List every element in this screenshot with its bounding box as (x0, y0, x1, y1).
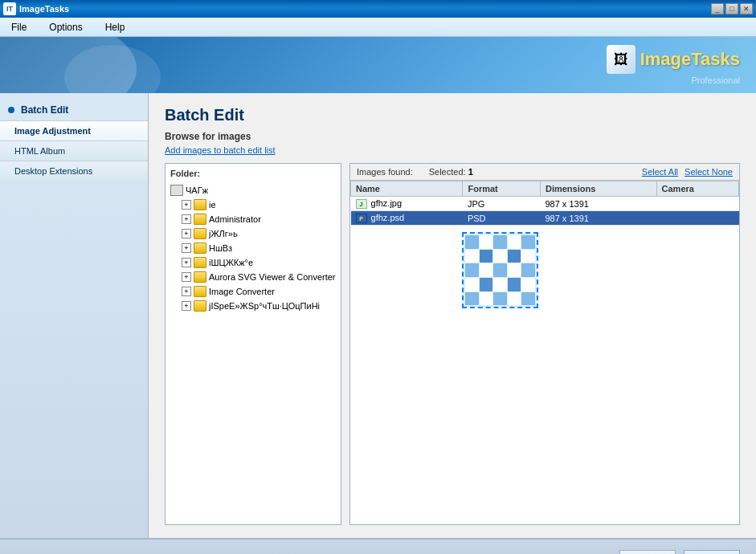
app-name: ImageTasks (640, 49, 740, 70)
page-title: Batch Edit (165, 106, 740, 124)
minimize-button[interactable]: _ (711, 3, 724, 14)
folder-icon-aurora (194, 271, 206, 283)
tree-item-ie[interactable]: + ie (182, 198, 336, 212)
add-images-link[interactable]: Add images to batch edit list (165, 145, 740, 155)
images-panel: Images found: Selected: 1 Select All Sel… (349, 163, 740, 525)
folder-label: Folder: (170, 169, 336, 178)
main-layout: Batch Edit Image Adjustment HTML Album D… (0, 93, 756, 538)
file-name-psd: P gfhz.psd (351, 211, 463, 226)
sidebar-item-desktop-extensions[interactable]: Desktop Extensions (0, 161, 148, 181)
tree-item-administrator[interactable]: + Administrator (182, 212, 336, 226)
section-dot (8, 107, 14, 113)
file-name-jpg: J gfhz.jpg (351, 197, 463, 211)
app-subtitle: Professional (607, 75, 740, 85)
folder-icon-ishczhk (194, 257, 206, 268)
work-area: Folder: ЧАГж + ie + Administrator (165, 163, 740, 525)
select-all-link[interactable]: Select All (642, 167, 678, 177)
sidebar-item-image-adjustment[interactable]: Image Adjustment (0, 120, 148, 141)
folder-panel: Folder: ЧАГж + ie + Administrator (165, 163, 341, 525)
select-none-link[interactable]: Select None (684, 167, 733, 177)
sidebar-section-batch-edit[interactable]: Batch Edit (0, 100, 148, 120)
sidebar-item-html-album[interactable]: HTML Album (0, 141, 148, 161)
file-dim-psd: 987 x 1391 (540, 211, 656, 226)
folder-icon-jispe (194, 300, 206, 312)
tree-item-ishczhk[interactable]: + іШЦЖКж°е (182, 255, 336, 270)
images-header: Images found: Selected: 1 Select All Sel… (350, 164, 739, 181)
banner: 🖼 ImageTasks Professional (0, 37, 756, 93)
expander-admin[interactable]: + (182, 214, 191, 224)
app-icon: IT (3, 2, 16, 15)
expander-ie[interactable]: + (182, 200, 191, 210)
expander-jzhlg[interactable]: + (182, 229, 191, 238)
folder-icon-jzhlg (194, 228, 206, 239)
col-format: Format (463, 181, 541, 197)
menu-options[interactable]: Options (44, 20, 87, 35)
files-table: Name Format Dimensions Camera J gfhz.jpg (350, 181, 739, 226)
tree-item-image-converter[interactable]: + Image Converter (182, 284, 336, 299)
computer-icon (170, 185, 183, 196)
file-format-psd: PSD (463, 211, 541, 226)
col-camera: Camera (656, 181, 738, 197)
tree-root[interactable]: ЧАГж (170, 183, 336, 198)
tree-item-jzhlg[interactable]: + jЖЛг»ь (182, 226, 336, 241)
thumb-grid (464, 234, 537, 307)
tree-item-nshvz[interactable]: + НшВз (182, 241, 336, 255)
bottom-nav-bar: Step 1 of 3 Back Next (0, 538, 756, 554)
preview-container (350, 226, 739, 322)
folder-icon-ie (194, 199, 206, 210)
folder-icon-admin (194, 214, 206, 225)
selected-info: Selected: 1 (429, 167, 473, 177)
file-cam-jpg (656, 197, 738, 211)
expander-aurora[interactable]: + (182, 272, 191, 282)
selected-count: 1 (468, 167, 473, 177)
menu-file[interactable]: File (6, 20, 31, 35)
file-cam-psd (656, 211, 738, 226)
expander-ishczhk[interactable]: + (182, 258, 191, 267)
content-area: Batch Edit Browse for images Add images … (149, 93, 756, 538)
folder-icon-img-conv (194, 286, 206, 297)
back-button[interactable]: Back (619, 550, 676, 554)
col-dimensions: Dimensions (540, 181, 656, 197)
logo-icon: 🖼 (607, 45, 635, 74)
sidebar: Batch Edit Image Adjustment HTML Album D… (0, 93, 149, 538)
expander-jispe[interactable]: + (182, 301, 191, 311)
tree-item-jispe[interactable]: + jІSpeЕ»ЖSр°чТш·ЦОцПиНi (182, 299, 336, 313)
tree-root-label: ЧАГж (186, 185, 208, 195)
table-row[interactable]: J gfhz.jpg JPG 987 x 1391 (351, 197, 739, 211)
file-format-jpg: JPG (463, 197, 541, 211)
select-links: Select All Select None (642, 167, 733, 177)
preview-thumbnail (462, 232, 538, 308)
table-row-selected[interactable]: P gfhz.psd PSD 987 x 1391 (351, 211, 739, 226)
col-name: Name (351, 181, 463, 197)
images-table: Name Format Dimensions Camera J gfhz.jpg (350, 181, 739, 524)
sidebar-section-label: Batch Edit (21, 104, 68, 116)
expander-img-conv[interactable]: + (182, 287, 191, 296)
next-button[interactable]: Next (684, 550, 740, 554)
window-title: ImageTasks (19, 4, 69, 14)
menu-bar: File Options Help (0, 18, 756, 37)
expander-nshvz[interactable]: + (182, 243, 191, 253)
folder-icon-nshvz (194, 242, 206, 254)
window-controls: _ □ ✕ (711, 3, 753, 14)
close-button[interactable]: ✕ (740, 3, 753, 14)
browse-label: Browse for images (165, 131, 740, 142)
maximize-button[interactable]: □ (725, 3, 738, 14)
file-dim-jpg: 987 x 1391 (540, 197, 656, 211)
tree-children: + ie + Administrator + jЖЛг»ь (170, 198, 336, 313)
images-found-label: Images found: (357, 167, 413, 177)
tree-item-aurora[interactable]: + Aurora SVG Viewer & Converter (182, 270, 336, 284)
title-bar: IT ImageTasks _ □ ✕ (0, 0, 756, 18)
menu-help[interactable]: Help (100, 20, 130, 35)
